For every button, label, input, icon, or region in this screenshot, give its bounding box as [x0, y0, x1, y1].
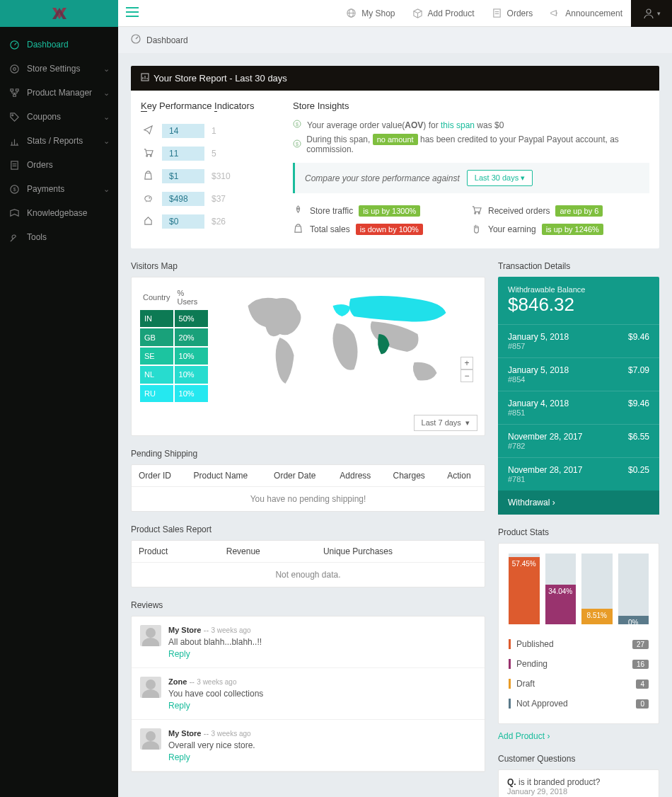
- nav-label: Dashboard: [27, 40, 69, 50]
- store-report-title: Your Store Report - Last 30 days: [153, 73, 287, 84]
- compare-period-dropdown[interactable]: Last 30 days ▾: [467, 170, 533, 186]
- reply-link[interactable]: Reply: [168, 701, 476, 711]
- store-report-header: Your Store Report - Last 30 days: [131, 66, 659, 91]
- svg-rect-8: [13, 94, 16, 96]
- sidebar: DashboardStore Settings⌄Product Manager⌄…: [0, 0, 118, 797]
- svg-line-29: [413, 11, 417, 13]
- sidebar-item-orders[interactable]: Orders: [0, 153, 118, 177]
- sidebar-item-product-manager[interactable]: Product Manager⌄: [0, 81, 118, 105]
- report-icon: [141, 73, 149, 84]
- topbar-link-announcement[interactable]: Announcement: [541, 8, 631, 19]
- clipboard-icon: [492, 8, 503, 19]
- map-period-dropdown[interactable]: Last 7 days ▾: [414, 415, 477, 431]
- menu-toggle-icon[interactable]: [118, 6, 146, 21]
- country-row: NL10%: [140, 366, 208, 383]
- perf-item: Store traffic is up by 1300%: [293, 202, 471, 220]
- money-icon: $: [293, 120, 303, 130]
- svg-point-42: [146, 155, 147, 156]
- sidebar-item-payments[interactable]: $Payments⌄: [0, 177, 118, 201]
- stat-bar: 57.45%: [509, 554, 540, 624]
- visitors-map-title: Visitors Map: [131, 261, 485, 271]
- svg-rect-18: [11, 161, 17, 168]
- chart-icon: [8, 135, 20, 147]
- chevron-down-icon: ⌄: [103, 64, 110, 74]
- sidebar-item-coupons[interactable]: Coupons⌄: [0, 105, 118, 129]
- topbar-link-my-shop[interactable]: My Shop: [337, 8, 403, 19]
- house-icon: [141, 215, 155, 229]
- svg-text:$: $: [296, 142, 299, 147]
- stat-row: Not Approved0: [509, 694, 649, 713]
- user-menu[interactable]: ▾: [631, 0, 672, 27]
- sidebar-item-knowledgebase[interactable]: Knowledgebase: [0, 201, 118, 225]
- money-icon: $: [8, 183, 20, 195]
- withdrawal-link[interactable]: Withdrawal ›: [498, 491, 659, 515]
- avatar: [140, 677, 161, 698]
- tree-icon: [8, 87, 20, 98]
- avatar: [140, 625, 161, 646]
- perf-item: Your earning is up by 1246%: [471, 220, 649, 239]
- kpi-row: $0$26: [141, 210, 279, 233]
- chevron-right-icon: ›: [547, 731, 550, 741]
- stat-row: Draft4: [509, 674, 649, 694]
- nav-label: Orders: [27, 160, 53, 170]
- sidebar-item-store-settings[interactable]: Store Settings⌄: [0, 57, 118, 81]
- zoom-in-button[interactable]: +: [460, 357, 473, 369]
- clipboard-icon: [8, 159, 20, 171]
- avatar: [140, 728, 161, 750]
- topbar-link-add-product[interactable]: Add Product: [404, 8, 483, 19]
- chevron-down-icon: ▾: [521, 173, 525, 182]
- balance-label: Withdrawable Balance: [508, 285, 649, 294]
- breadcrumb: Dashboard: [118, 27, 672, 53]
- sidebar-item-stats-reports[interactable]: Stats / Reports⌄: [0, 129, 118, 153]
- svg-rect-32: [493, 8, 499, 16]
- chevron-right-icon: ›: [552, 498, 555, 508]
- page-title: Dashboard: [146, 35, 188, 45]
- bag-icon: [141, 170, 155, 183]
- svg-line-30: [417, 11, 422, 13]
- balance-amount: $846.32: [508, 294, 649, 316]
- chevron-down-icon: ⌄: [103, 88, 110, 98]
- svg-point-5: [10, 64, 18, 72]
- paper-plane-icon: [141, 125, 155, 138]
- sidebar-item-tools[interactable]: Tools: [0, 225, 118, 249]
- megaphone-icon: [550, 8, 561, 19]
- nav-label: Stats / Reports: [27, 136, 83, 146]
- sales-report-table: ProductRevenueUnique Purchases Not enoug…: [132, 541, 485, 587]
- sidebar-item-dashboard[interactable]: Dashboard: [0, 33, 118, 57]
- reply-link[interactable]: Reply: [168, 649, 476, 659]
- world-map: [216, 285, 477, 401]
- stat-bar: 8.51%: [581, 554, 613, 624]
- transaction-item[interactable]: January 4, 2018#851$9.46: [498, 391, 659, 424]
- pending-shipping-title: Pending Shipping: [131, 449, 485, 459]
- add-product-link[interactable]: Add Product ›: [498, 731, 659, 741]
- zoom-out-button[interactable]: −: [460, 369, 473, 382]
- stat-row: Pending16: [509, 654, 649, 674]
- kpi-title: Key Performance Indicators: [141, 101, 279, 111]
- transaction-item[interactable]: January 5, 2018#854$7.09: [498, 357, 659, 391]
- product-stats-chart: 57.45%34.04%8.51%0%: [509, 554, 649, 624]
- svg-point-52: [298, 208, 299, 210]
- dashboard-icon: [8, 39, 20, 50]
- transaction-item[interactable]: January 5, 2018#857$9.46: [498, 324, 659, 357]
- wrench-icon: [8, 231, 20, 243]
- nav-label: Knowledgebase: [27, 208, 87, 218]
- country-row: IN50%: [140, 310, 208, 327]
- svg-text:$: $: [13, 186, 16, 193]
- insight-aov: $ Your average order value(AOV) for this…: [293, 120, 649, 130]
- cart-icon: [141, 147, 155, 161]
- reply-link[interactable]: Reply: [168, 752, 476, 762]
- logo[interactable]: [0, 0, 118, 27]
- svg-rect-7: [16, 88, 18, 91]
- svg-line-3: [14, 42, 16, 45]
- stat-bar: 0%: [618, 554, 649, 624]
- transaction-item[interactable]: November 28, 2017#782$6.55: [498, 424, 659, 457]
- topbar: My ShopAdd ProductOrdersAnnouncement ▾: [118, 0, 672, 27]
- dashboard-icon: [131, 34, 141, 46]
- customer-question: Q. is it branded product? January 29, 20…: [498, 769, 659, 797]
- money-icon: $: [293, 139, 302, 150]
- country-row: RU10%: [140, 385, 208, 402]
- kpi-row: $498$37: [141, 188, 279, 210]
- svg-rect-6: [10, 88, 13, 91]
- transaction-item[interactable]: November 28, 2017#781$0.25: [498, 457, 659, 491]
- topbar-link-orders[interactable]: Orders: [483, 8, 542, 19]
